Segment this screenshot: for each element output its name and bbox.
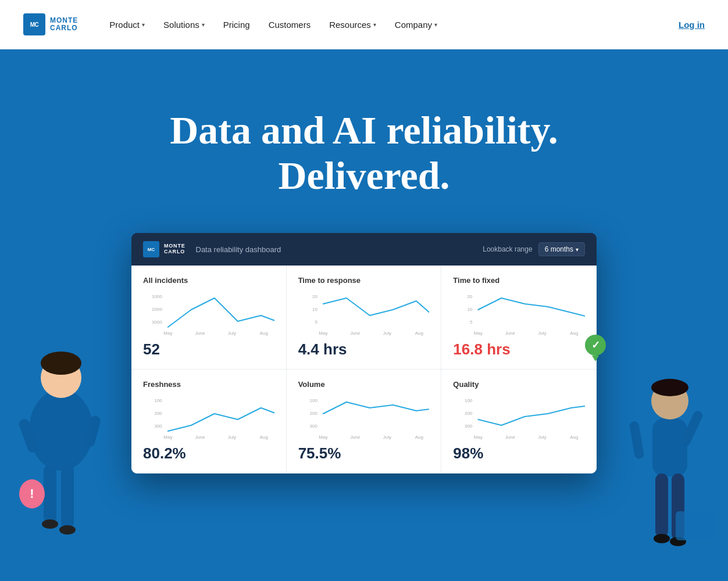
logo-text: MONTE CARLO [50, 17, 78, 32]
svg-text:June: June [195, 435, 205, 440]
dashboard-logo-text: MONTE CARLO [164, 243, 185, 255]
metric-title: Quality [453, 380, 585, 389]
metric-title: Time to fixed [453, 276, 585, 285]
metric-title: Volume [298, 380, 430, 389]
svg-text:July: July [228, 331, 236, 336]
nav-item-product[interactable]: Product ▾ [101, 15, 153, 34]
metric-value: 75.5% [298, 444, 430, 462]
metric-sparkline: 100200300MayJuneJulyAug [143, 393, 274, 440]
svg-rect-46 [61, 465, 74, 529]
lookback-button[interactable]: 6 months ▾ [538, 242, 585, 256]
svg-text:1000: 1000 [152, 294, 162, 299]
metric-value: 52 [143, 340, 274, 358]
lookback-area: Lookback range 6 months ▾ [483, 242, 585, 256]
metric-cell-freshness: Freshness100200300MayJuneJulyAug80.2% [131, 370, 287, 474]
chevron-down-icon: ▾ [434, 21, 437, 28]
svg-text:June: June [505, 435, 516, 440]
dashboard-logo-icon: MC [143, 241, 159, 257]
svg-text:June: June [350, 331, 361, 336]
metric-cell-quality: Quality100200300MayJuneJulyAug98% [441, 370, 597, 474]
svg-text:300: 300 [154, 424, 162, 429]
metric-sparkline: 100020003000MayJuneJulyAug [143, 289, 274, 336]
logo-abbr: MC [30, 21, 39, 28]
dashboard-header: MC MONTE CARLO Data reliability dashboar… [131, 233, 597, 266]
svg-text:May: May [163, 435, 172, 440]
nav-links: Product ▾ Solutions ▾ Pricing Customers … [101, 15, 679, 34]
login-link[interactable]: Log in [679, 20, 705, 30]
green-pin [585, 335, 606, 360]
nav-item-solutions[interactable]: Solutions ▾ [155, 15, 213, 34]
metric-value: 16.8 hrs [453, 340, 585, 358]
svg-rect-60 [629, 421, 645, 460]
metric-cell-all-incidents: All incidents100020003000MayJuneJulyAug5… [131, 266, 287, 370]
svg-text:100: 100 [154, 398, 162, 403]
svg-text:July: July [538, 435, 547, 440]
chevron-down-icon: ▾ [202, 21, 205, 28]
svg-point-44 [41, 352, 81, 375]
svg-text:Aug: Aug [570, 331, 579, 336]
svg-text:Aug: Aug [570, 435, 579, 440]
metric-title: All incidents [143, 276, 274, 285]
chevron-down-icon: ▾ [576, 246, 579, 253]
nav-item-company[interactable]: Company ▾ [387, 15, 445, 34]
pin-tail [592, 356, 599, 361]
metric-value: 80.2% [143, 444, 274, 462]
hero-section: Data and AI reliability. Delivered. MC M… [0, 49, 728, 581]
svg-text:200: 200 [465, 411, 473, 416]
svg-text:5: 5 [315, 320, 317, 325]
svg-text:July: July [228, 435, 236, 440]
svg-text:Aug: Aug [415, 331, 423, 336]
nav-item-resources[interactable]: Resources ▾ [321, 15, 384, 34]
svg-point-48 [59, 525, 76, 535]
metric-cell-time-to-response: Time to response20105MayJuneJulyAug4.4 h… [287, 266, 442, 370]
metrics-grid: All incidents100020003000MayJuneJulyAug5… [131, 266, 597, 474]
metric-cell-volume: Volume100200300MayJuneJulyAug75.5% [287, 370, 442, 474]
svg-rect-56 [655, 474, 668, 537]
svg-text:June: June [505, 331, 516, 336]
svg-text:July: July [383, 435, 391, 440]
svg-text:July: July [538, 331, 547, 336]
svg-text:300: 300 [309, 424, 317, 429]
svg-text:May: May [474, 331, 483, 336]
svg-text:June: June [195, 331, 205, 336]
svg-text:100: 100 [465, 398, 473, 403]
svg-text:May: May [163, 331, 172, 336]
svg-text:Aug: Aug [415, 435, 423, 440]
lookback-label: Lookback range [483, 245, 532, 253]
illustration-right [618, 314, 722, 581]
svg-point-47 [42, 519, 58, 529]
dashboard-title: Data reliability dashboard [196, 245, 281, 254]
svg-text:20: 20 [468, 294, 473, 299]
svg-text:5: 5 [470, 320, 473, 325]
metric-cell-time-to-fixed: Time to fixed20105MayJuneJulyAug16.8 hrs [441, 266, 597, 370]
nav-item-customers[interactable]: Customers [260, 15, 319, 34]
metric-sparkline: 100200300MayJuneJulyAug [453, 393, 585, 440]
metric-value: 4.4 hrs [298, 340, 430, 358]
chevron-down-icon: ▾ [142, 21, 145, 28]
metric-value: 98% [453, 444, 585, 462]
illustration-left: ! [6, 314, 116, 581]
svg-text:3000: 3000 [152, 320, 162, 325]
svg-point-58 [654, 534, 670, 543]
logo-line2: CARLO [50, 24, 78, 32]
svg-point-42 [29, 389, 93, 471]
svg-text:Aug: Aug [260, 331, 268, 336]
svg-text:Aug: Aug [260, 435, 268, 440]
metric-sparkline: 20105MayJuneJulyAug [298, 289, 430, 336]
dashboard-logo: MC MONTE CARLO Data reliability dashboar… [143, 241, 281, 257]
svg-text:100: 100 [309, 398, 317, 403]
svg-text:300: 300 [465, 424, 473, 429]
logo[interactable]: MC MONTE CARLO [23, 13, 78, 35]
checkmark-icon [585, 335, 606, 356]
svg-text:2000: 2000 [152, 307, 162, 312]
svg-text:May: May [319, 435, 327, 440]
svg-text:200: 200 [309, 411, 317, 416]
metric-title: Time to response [298, 276, 430, 285]
chevron-down-icon: ▾ [373, 21, 376, 28]
metric-sparkline: 20105MayJuneJulyAug [453, 289, 585, 336]
svg-point-55 [651, 379, 688, 396]
dashboard-wrapper: MC MONTE CARLO Data reliability dashboar… [131, 233, 597, 474]
svg-rect-62 [676, 511, 716, 540]
dashboard-card: MC MONTE CARLO Data reliability dashboar… [131, 233, 597, 474]
nav-item-pricing[interactable]: Pricing [215, 15, 258, 34]
